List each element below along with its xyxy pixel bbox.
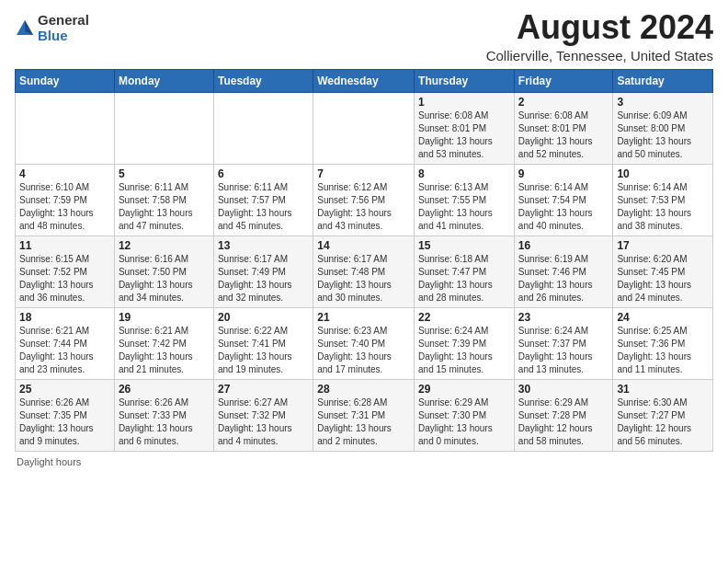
calendar-cell: 7Sunrise: 6:12 AM Sunset: 7:56 PM Daylig… [313,164,415,236]
day-number: 9 [518,167,609,180]
calendar-cell: 9Sunrise: 6:14 AM Sunset: 7:54 PM Daylig… [514,164,613,236]
day-detail: Sunrise: 6:30 AM Sunset: 7:27 PM Dayligh… [617,396,709,448]
day-number: 23 [518,311,609,324]
day-number: 6 [218,167,309,180]
calendar-cell: 15Sunrise: 6:18 AM Sunset: 7:47 PM Dayli… [415,236,515,307]
week-row-3: 11Sunrise: 6:15 AM Sunset: 7:52 PM Dayli… [16,236,713,307]
calendar-cell: 2Sunrise: 6:08 AM Sunset: 8:01 PM Daylig… [514,92,613,164]
day-detail: Sunrise: 6:22 AM Sunset: 7:41 PM Dayligh… [218,325,309,376]
day-number: 8 [418,167,510,180]
calendar-header: SundayMondayTuesdayWednesdayThursdayFrid… [16,69,713,92]
calendar-cell: 14Sunrise: 6:17 AM Sunset: 7:48 PM Dayli… [313,236,415,307]
day-detail: Sunrise: 6:11 AM Sunset: 7:58 PM Dayligh… [119,181,210,233]
day-detail: Sunrise: 6:28 AM Sunset: 7:31 PM Dayligh… [317,396,410,448]
day-number: 25 [19,383,110,396]
day-number: 20 [218,311,309,324]
day-number: 29 [418,383,510,396]
calendar-cell: 10Sunrise: 6:14 AM Sunset: 7:53 PM Dayli… [613,164,713,236]
day-number: 7 [317,167,410,180]
calendar-cell: 23Sunrise: 6:24 AM Sunset: 7:37 PM Dayli… [514,307,613,379]
day-number: 26 [119,383,210,396]
header-day-saturday: Saturday [613,69,713,92]
calendar-cell: 22Sunrise: 6:24 AM Sunset: 7:39 PM Dayli… [415,307,515,379]
day-detail: Sunrise: 6:12 AM Sunset: 7:56 PM Dayligh… [317,181,410,233]
header-day-monday: Monday [114,69,213,92]
logo-blue: Blue [38,29,89,44]
calendar-cell: 1Sunrise: 6:08 AM Sunset: 8:01 PM Daylig… [415,92,515,164]
day-detail: Sunrise: 6:13 AM Sunset: 7:55 PM Dayligh… [418,181,510,233]
day-number: 11 [19,239,110,252]
week-row-5: 25Sunrise: 6:26 AM Sunset: 7:35 PM Dayli… [16,379,713,451]
day-detail: Sunrise: 6:14 AM Sunset: 7:53 PM Dayligh… [617,181,709,233]
day-detail: Sunrise: 6:14 AM Sunset: 7:54 PM Dayligh… [518,181,609,233]
day-number: 13 [218,239,309,252]
day-detail: Sunrise: 6:21 AM Sunset: 7:42 PM Dayligh… [119,325,210,376]
day-number: 21 [317,311,410,324]
day-number: 1 [418,96,510,109]
calendar-cell: 11Sunrise: 6:15 AM Sunset: 7:52 PM Dayli… [16,236,115,307]
day-number: 10 [617,167,709,180]
calendar: SundayMondayTuesdayWednesdayThursdayFrid… [15,69,713,452]
day-number: 15 [418,239,510,252]
header-day-wednesday: Wednesday [313,69,415,92]
calendar-cell: 19Sunrise: 6:21 AM Sunset: 7:42 PM Dayli… [114,307,213,379]
day-detail: Sunrise: 6:08 AM Sunset: 8:01 PM Dayligh… [418,109,510,161]
logo-text: General Blue [38,13,89,43]
calendar-cell [16,92,115,164]
header-day-friday: Friday [514,69,613,92]
day-number: 17 [617,239,709,252]
day-number: 5 [119,167,210,180]
day-detail: Sunrise: 6:21 AM Sunset: 7:44 PM Dayligh… [19,325,110,376]
header-day-tuesday: Tuesday [213,69,313,92]
calendar-cell: 4Sunrise: 6:10 AM Sunset: 7:59 PM Daylig… [16,164,115,236]
day-number: 12 [119,239,210,252]
calendar-cell: 29Sunrise: 6:29 AM Sunset: 7:30 PM Dayli… [415,379,515,451]
day-number: 24 [617,311,709,324]
calendar-cell [213,92,313,164]
calendar-cell: 24Sunrise: 6:25 AM Sunset: 7:36 PM Dayli… [613,307,713,379]
day-detail: Sunrise: 6:25 AM Sunset: 7:36 PM Dayligh… [617,325,709,376]
calendar-cell: 13Sunrise: 6:17 AM Sunset: 7:49 PM Dayli… [213,236,313,307]
calendar-cell: 16Sunrise: 6:19 AM Sunset: 7:46 PM Dayli… [514,236,613,307]
header: General Blue August 2024 Collierville, T… [15,9,713,63]
main-title: August 2024 [486,9,713,46]
day-number: 30 [518,383,609,396]
calendar-cell: 3Sunrise: 6:09 AM Sunset: 8:00 PM Daylig… [613,92,713,164]
day-detail: Sunrise: 6:18 AM Sunset: 7:47 PM Dayligh… [418,253,510,304]
calendar-cell [313,92,415,164]
calendar-cell: 12Sunrise: 6:16 AM Sunset: 7:50 PM Dayli… [114,236,213,307]
day-detail: Sunrise: 6:10 AM Sunset: 7:59 PM Dayligh… [19,181,110,233]
day-detail: Sunrise: 6:15 AM Sunset: 7:52 PM Dayligh… [19,253,110,304]
header-row: SundayMondayTuesdayWednesdayThursdayFrid… [16,69,713,92]
calendar-cell: 18Sunrise: 6:21 AM Sunset: 7:44 PM Dayli… [16,307,115,379]
calendar-cell: 20Sunrise: 6:22 AM Sunset: 7:41 PM Dayli… [213,307,313,379]
day-number: 18 [19,311,110,324]
page: General Blue August 2024 Collierville, T… [0,0,728,477]
week-row-4: 18Sunrise: 6:21 AM Sunset: 7:44 PM Dayli… [16,307,713,379]
day-detail: Sunrise: 6:29 AM Sunset: 7:28 PM Dayligh… [518,396,609,448]
day-number: 31 [617,383,709,396]
logo-general: General [38,13,89,29]
calendar-cell: 17Sunrise: 6:20 AM Sunset: 7:45 PM Dayli… [613,236,713,307]
calendar-cell: 27Sunrise: 6:27 AM Sunset: 7:32 PM Dayli… [213,379,313,451]
day-detail: Sunrise: 6:26 AM Sunset: 7:33 PM Dayligh… [119,396,210,448]
day-detail: Sunrise: 6:20 AM Sunset: 7:45 PM Dayligh… [617,253,709,304]
day-detail: Sunrise: 6:16 AM Sunset: 7:50 PM Dayligh… [119,253,210,304]
calendar-cell: 6Sunrise: 6:11 AM Sunset: 7:57 PM Daylig… [213,164,313,236]
day-detail: Sunrise: 6:29 AM Sunset: 7:30 PM Dayligh… [418,396,510,448]
day-detail: Sunrise: 6:17 AM Sunset: 7:49 PM Dayligh… [218,253,309,304]
day-number: 14 [317,239,410,252]
day-detail: Sunrise: 6:11 AM Sunset: 7:57 PM Dayligh… [218,181,309,233]
day-detail: Sunrise: 6:17 AM Sunset: 7:48 PM Dayligh… [317,253,410,304]
day-detail: Sunrise: 6:08 AM Sunset: 8:01 PM Dayligh… [518,109,609,161]
day-number: 19 [119,311,210,324]
day-detail: Sunrise: 6:24 AM Sunset: 7:37 PM Dayligh… [518,325,609,376]
header-day-sunday: Sunday [16,69,115,92]
day-number: 28 [317,383,410,396]
calendar-cell: 28Sunrise: 6:28 AM Sunset: 7:31 PM Dayli… [313,379,415,451]
calendar-cell: 5Sunrise: 6:11 AM Sunset: 7:58 PM Daylig… [114,164,213,236]
day-number: 27 [218,383,309,396]
subtitle: Collierville, Tennessee, United States [486,48,713,63]
calendar-cell [114,92,213,164]
title-area: August 2024 Collierville, Tennessee, Uni… [486,9,713,63]
